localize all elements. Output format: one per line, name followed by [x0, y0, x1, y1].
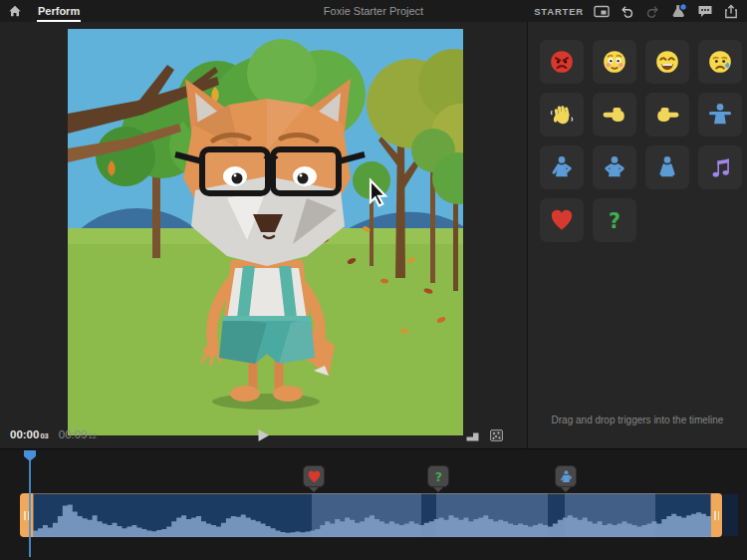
steps-icon	[465, 429, 480, 442]
music-trigger[interactable]	[698, 145, 742, 189]
home-icon	[8, 4, 22, 18]
top-bar: Perform Foxie Starter Project STARTER	[0, 0, 747, 23]
puppet-icon	[670, 3, 687, 19]
home-button[interactable]	[0, 0, 30, 22]
transport-bar: 00:0003 00:0912	[0, 422, 527, 448]
angry-face-trigger[interactable]	[540, 40, 584, 84]
pose-hands-hips-trigger[interactable]	[593, 145, 636, 189]
starter-badge-icon	[594, 5, 610, 18]
grain-button[interactable]	[488, 427, 505, 443]
grain-icon	[489, 428, 504, 442]
clip-trim-handle-right[interactable]	[711, 493, 722, 537]
comments-icon	[697, 4, 713, 18]
point-left-trigger[interactable]	[593, 93, 636, 137]
current-frames: 03	[40, 431, 48, 440]
play-icon	[257, 428, 270, 442]
redo-icon	[645, 4, 660, 18]
plan-badge: STARTER	[534, 6, 584, 17]
glasses	[175, 149, 365, 193]
app-window: Perform Foxie Starter Project STARTER	[0, 0, 747, 560]
redo-button[interactable]	[644, 3, 661, 20]
undo-button[interactable]	[619, 3, 635, 20]
timeline-track	[0, 493, 747, 537]
total-time: 00:09	[59, 428, 88, 440]
stage-panel: 00:0003 00:0912	[0, 22, 527, 448]
puppet-button[interactable]	[670, 3, 687, 20]
playhead-handle[interactable]	[24, 450, 36, 461]
audio-waveform	[33, 493, 711, 537]
laughing-face-trigger[interactable]	[645, 40, 689, 84]
total-frames: 12	[89, 431, 97, 440]
playhead-line	[29, 451, 31, 557]
tab-perform[interactable]: Perform	[30, 0, 88, 22]
pose-arms-out-trigger[interactable]	[698, 93, 742, 137]
undo-icon	[620, 4, 634, 18]
share-button[interactable]	[722, 3, 739, 20]
pose-hand-hip-trigger[interactable]	[540, 145, 584, 189]
triggers-panel: ? Drag and drop triggers into the timeli…	[527, 22, 747, 448]
heart-marker[interactable]	[303, 465, 325, 487]
wave-hand-trigger[interactable]	[540, 93, 584, 137]
pose-arms-down-trigger[interactable]	[645, 145, 689, 189]
share-icon	[724, 4, 738, 19]
trimmed-clip-remainder	[723, 494, 738, 536]
starter-mode-button[interactable]	[593, 3, 610, 20]
heart-trigger[interactable]	[540, 198, 584, 242]
question-marker[interactable]: ?	[427, 465, 449, 487]
svg-text:?: ?	[609, 209, 621, 233]
play-button[interactable]	[252, 425, 274, 445]
svg-text:?: ?	[434, 469, 441, 484]
triggers-hint: Drag and drop triggers into the timeline	[528, 415, 747, 425]
clip-trim-handle-left[interactable]	[20, 493, 33, 537]
audio-clip[interactable]	[33, 493, 711, 537]
tab-perform-label: Perform	[38, 5, 80, 17]
question-trigger[interactable]: ?	[593, 198, 636, 242]
current-time: 00:00	[10, 428, 39, 440]
comments-button[interactable]	[696, 3, 713, 20]
stage-canvas[interactable]	[68, 29, 463, 435]
person-marker[interactable]	[555, 465, 577, 487]
steps-button[interactable]	[464, 427, 481, 443]
sad-face-trigger[interactable]	[698, 40, 742, 84]
timeline-panel: ?	[0, 448, 747, 560]
trigger-grid: ?	[540, 40, 742, 242]
point-right-trigger[interactable]	[645, 93, 689, 137]
flushed-face-trigger[interactable]	[593, 40, 636, 84]
